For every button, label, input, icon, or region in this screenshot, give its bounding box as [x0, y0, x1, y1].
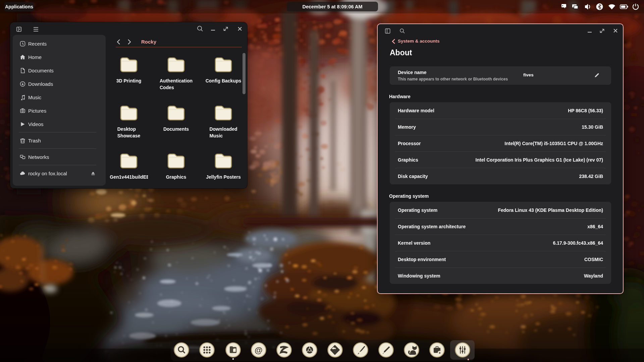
svg-text:@: @	[255, 346, 263, 355]
